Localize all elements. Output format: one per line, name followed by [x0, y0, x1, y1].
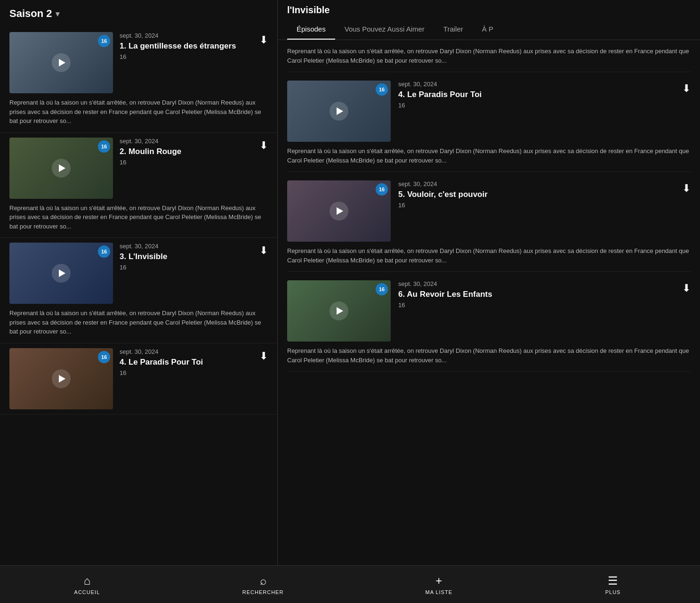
right-episode-item: 16 sept. 30, 2024 6. Au Revoir Les Enfan…	[287, 272, 691, 372]
play-button[interactable]	[330, 202, 348, 220]
episode-date: sept. 30, 2024	[398, 180, 675, 187]
episode-description: Reprenant là où la saison un s'était arr…	[287, 246, 691, 265]
episode-title: 5. Vouloir, c'est pouvoir	[398, 189, 675, 200]
episode-date: sept. 30, 2024	[120, 348, 253, 355]
nav-list[interactable]: + MA LISTE	[420, 574, 458, 595]
episode-item: 16 sept. 30, 2024 2. Moulin Rouge 16 ⬇ R…	[0, 133, 277, 238]
download-icon: ⬇	[259, 34, 268, 46]
age-badge: 16	[98, 140, 110, 153]
episode-date: sept. 30, 2024	[120, 32, 253, 39]
nav-list-label: MA LISTE	[425, 589, 452, 595]
episode-title: 4. Le Paradis Pour Toi	[120, 357, 253, 367]
episode-rating: 16	[398, 102, 675, 109]
episode-info: sept. 30, 2024 1. La gentillesse des étr…	[120, 32, 253, 60]
episode-info: sept. 30, 2024 5. Vouloir, c'est pouvoir…	[398, 180, 675, 209]
tabs-bar: Épisodes Vous Pouvez Aussi Aimer Trailer…	[287, 19, 691, 40]
right-top-description: Reprenant là où la saison un s'était arr…	[287, 40, 691, 72]
episode-thumbnail[interactable]: 16	[287, 180, 391, 242]
nav-search[interactable]: ⌕ RECHERCHER	[242, 574, 284, 595]
show-title: l'Invisible	[287, 5, 330, 15]
episode-description: Reprenant là où la saison un s'était arr…	[9, 204, 268, 238]
age-badge: 16	[98, 35, 110, 47]
download-icon: ⬇	[259, 244, 268, 256]
download-button[interactable]: ⬇	[259, 348, 268, 362]
season-label: Saison 2	[9, 8, 52, 20]
right-episode-item: 16 sept. 30, 2024 5. Vouloir, c'est pouv…	[287, 172, 691, 272]
episode-rating: 16	[398, 302, 675, 309]
episode-item: 16 sept. 30, 2024 3. L'Invisible 16 ⬇ Re…	[0, 238, 277, 343]
age-badge: 16	[98, 245, 110, 258]
episode-title: 3. L'Invisible	[120, 252, 253, 262]
download-icon: ⬇	[682, 82, 691, 94]
download-icon: ⬇	[682, 182, 691, 194]
age-badge: 16	[98, 351, 110, 363]
download-button[interactable]: ⬇	[682, 280, 691, 294]
play-button[interactable]	[52, 264, 71, 283]
episode-description: Reprenant là où la saison un s'était arr…	[287, 147, 691, 165]
episode-thumbnail[interactable]: 16	[287, 81, 391, 142]
nav-search-label: RECHERCHER	[242, 589, 284, 595]
download-button[interactable]: ⬇	[259, 138, 268, 152]
download-button[interactable]: ⬇	[682, 81, 691, 95]
play-button[interactable]	[330, 102, 348, 121]
episode-rating: 16	[120, 53, 253, 60]
nav-home-label: ACCUEIL	[74, 589, 100, 595]
episode-title: 6. Au Revoir Les Enfants	[398, 289, 675, 300]
download-icon: ⬇	[682, 282, 691, 294]
bottom-nav: ⌂ ACCUEIL ⌕ RECHERCHER + MA LISTE ☰ PLUS	[0, 565, 700, 603]
search-icon: ⌕	[260, 574, 266, 587]
season-selector[interactable]: Saison 2 ▾	[0, 0, 277, 27]
age-badge: 16	[376, 83, 388, 96]
episode-title: 2. Moulin Rouge	[120, 147, 253, 157]
age-badge: 16	[376, 183, 388, 196]
episode-thumbnail[interactable]: 16	[287, 280, 391, 342]
episode-date: sept. 30, 2024	[120, 138, 253, 145]
right-header: l'Invisible Épisodes Vous Pouvez Aussi A…	[278, 0, 700, 40]
episode-thumbnail[interactable]: 16	[9, 348, 113, 409]
tab-vous-pouvez[interactable]: Vous Pouvez Aussi Aimer	[335, 19, 434, 40]
episode-rating: 16	[398, 202, 675, 209]
episode-date: sept. 30, 2024	[120, 243, 253, 250]
episode-title: 1. La gentillesse des étrangers	[120, 41, 253, 51]
download-button[interactable]: ⬇	[259, 32, 268, 46]
play-button[interactable]	[52, 369, 71, 388]
episode-info: sept. 30, 2024 6. Au Revoir Les Enfants …	[398, 280, 675, 309]
episode-description: Reprenant là où la saison un s'était arr…	[9, 98, 268, 132]
play-button[interactable]	[52, 53, 71, 72]
right-episode-item: 16 sept. 30, 2024 4. Le Paradis Pour Toi…	[287, 72, 691, 172]
tab-ap[interactable]: À P	[473, 19, 503, 40]
episode-date: sept. 30, 2024	[398, 280, 675, 287]
episode-date: sept. 30, 2024	[398, 81, 675, 88]
episode-title: 4. Le Paradis Pour Toi	[398, 90, 675, 100]
episode-thumbnail[interactable]: 16	[9, 243, 113, 304]
show-title-row: l'Invisible	[287, 0, 691, 19]
episode-rating: 16	[120, 264, 253, 271]
episode-info: sept. 30, 2024 3. L'Invisible 16	[120, 243, 253, 271]
episode-thumbnail[interactable]: 16	[9, 32, 113, 93]
list-icon: +	[435, 574, 442, 587]
download-icon: ⬇	[259, 139, 268, 151]
episode-info: sept. 30, 2024 4. Le Paradis Pour Toi 16	[398, 81, 675, 109]
left-panel: Saison 2 ▾ 16 sept. 30, 2024 1. La genti…	[0, 0, 278, 603]
download-icon: ⬇	[259, 350, 268, 362]
episode-info: sept. 30, 2024 4. Le Paradis Pour Toi 16	[120, 348, 253, 376]
chevron-down-icon: ▾	[56, 9, 59, 18]
age-badge: 16	[376, 283, 388, 295]
episode-info: sept. 30, 2024 2. Moulin Rouge 16	[120, 138, 253, 166]
download-button[interactable]: ⬇	[259, 243, 268, 257]
episode-item: 16 sept. 30, 2024 1. La gentillesse des …	[0, 27, 277, 133]
episode-description: Reprenant là où la saison un s'était arr…	[287, 346, 691, 365]
right-episodes-list: Reprenant là où la saison un s'était arr…	[278, 40, 700, 372]
tab-episodes[interactable]: Épisodes	[287, 19, 335, 40]
download-button[interactable]: ⬇	[682, 180, 691, 195]
play-button[interactable]	[52, 159, 71, 178]
episode-thumbnail[interactable]: 16	[9, 138, 113, 199]
nav-home[interactable]: ⌂ ACCUEIL	[68, 574, 106, 595]
episode-rating: 16	[120, 369, 253, 376]
tab-trailer[interactable]: Trailer	[434, 19, 473, 40]
episode-rating: 16	[120, 159, 253, 166]
nav-more[interactable]: ☰ PLUS	[594, 574, 632, 595]
episode-item: 16 sept. 30, 2024 4. Le Paradis Pour Toi…	[0, 343, 277, 415]
play-button[interactable]	[330, 302, 348, 320]
more-icon: ☰	[608, 574, 618, 587]
